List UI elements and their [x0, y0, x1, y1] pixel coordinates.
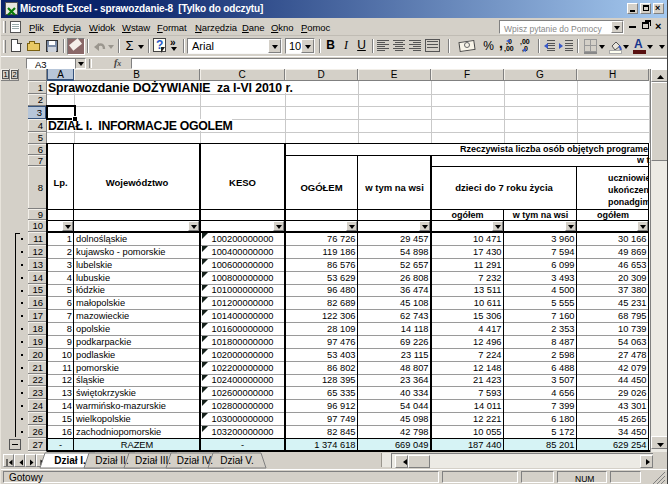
- svg-text:Dział II.: Dział II.: [95, 455, 128, 466]
- svg-text:Dział V.: Dział V.: [220, 455, 254, 466]
- svg-text:Dział I.: Dział I.: [54, 455, 86, 466]
- svg-text:Dział IV.: Dział IV.: [177, 455, 213, 466]
- svg-text:Dział III.: Dział III.: [135, 455, 171, 466]
